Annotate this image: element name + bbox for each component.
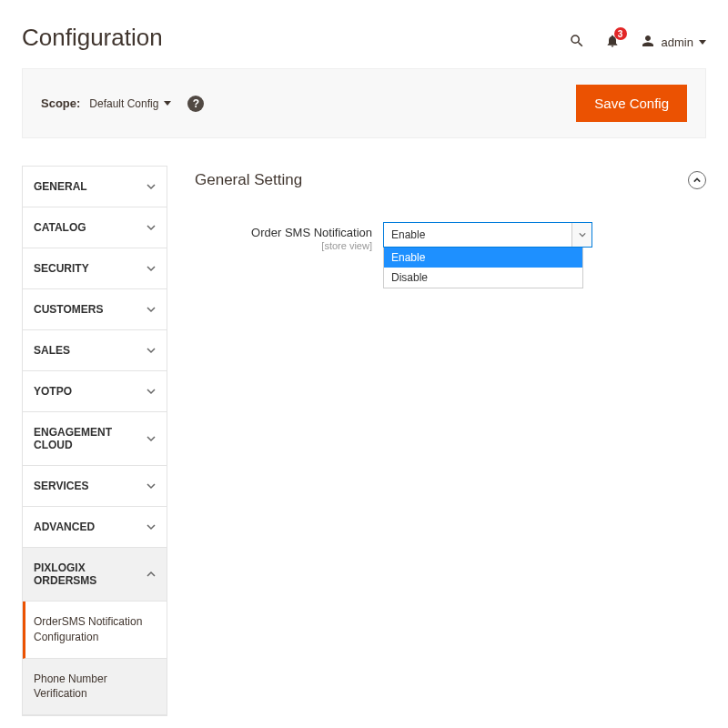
search-icon[interactable] <box>569 33 585 52</box>
sidebar-item-catalog[interactable]: CATALOG <box>23 207 167 248</box>
chevron-down-icon <box>147 182 156 191</box>
sidebar-subitem-phone-verification[interactable]: Phone Number Verification <box>23 659 167 716</box>
sidebar-item-yotpo[interactable]: YOTPO <box>23 371 167 412</box>
sidebar-item-sales[interactable]: SALES <box>23 330 167 371</box>
field-label: Order SMS Notification <box>251 226 372 239</box>
chevron-down-icon <box>147 434 156 443</box>
chevron-down-icon <box>164 101 171 106</box>
sidebar-item-general[interactable]: GENERAL <box>23 167 167 207</box>
select-dropdown: Enable Disable <box>383 248 583 288</box>
sidebar-item-advanced[interactable]: ADVANCED <box>23 507 167 548</box>
page-title: Configuration <box>22 24 163 52</box>
chevron-down-icon <box>147 522 156 531</box>
section-title: General Setting <box>195 171 302 189</box>
config-sidebar: GENERAL CATALOG SECURITY CUSTOMERS SALES… <box>22 166 167 716</box>
scope-label: Scope: <box>41 96 80 110</box>
notifications-button[interactable]: 3 <box>605 33 620 52</box>
save-config-button[interactable]: Save Config <box>576 85 687 122</box>
option-enable[interactable]: Enable <box>384 248 582 268</box>
chevron-down-icon <box>699 40 706 45</box>
order-sms-select[interactable]: Enable <box>383 222 592 248</box>
collapse-section-button[interactable] <box>688 171 706 189</box>
sidebar-item-engagement-cloud[interactable]: ENGAGEMENT CLOUD <box>23 412 167 466</box>
field-scope-hint: [store view] <box>195 240 372 251</box>
option-disable[interactable]: Disable <box>384 268 582 288</box>
select-value: Enable <box>391 228 425 241</box>
user-menu[interactable]: admin <box>640 33 706 52</box>
chevron-down-icon <box>147 481 156 490</box>
chevron-down-icon <box>147 346 156 355</box>
sidebar-subitem-ordersms-config[interactable]: OrderSMS Notification Configuration <box>23 602 167 659</box>
sidebar-item-services[interactable]: SERVICES <box>23 466 167 507</box>
notification-badge: 3 <box>614 27 627 40</box>
chevron-up-icon <box>693 177 701 184</box>
chevron-down-icon <box>147 264 156 273</box>
sidebar-item-customers[interactable]: CUSTOMERS <box>23 289 167 330</box>
select-arrow <box>571 223 592 247</box>
chevron-down-icon <box>147 387 156 396</box>
user-icon <box>640 33 656 52</box>
user-name: admin <box>662 35 693 49</box>
chevron-down-icon <box>147 305 156 314</box>
sidebar-item-security[interactable]: SECURITY <box>23 248 167 289</box>
help-icon[interactable]: ? <box>187 96 204 112</box>
chevron-down-icon <box>147 223 156 232</box>
sidebar-item-pixlogix-ordersms[interactable]: PIXLOGIX ORDERSMS <box>23 548 167 602</box>
chevron-up-icon <box>147 570 156 579</box>
scope-selector[interactable]: Default Config <box>89 97 171 110</box>
